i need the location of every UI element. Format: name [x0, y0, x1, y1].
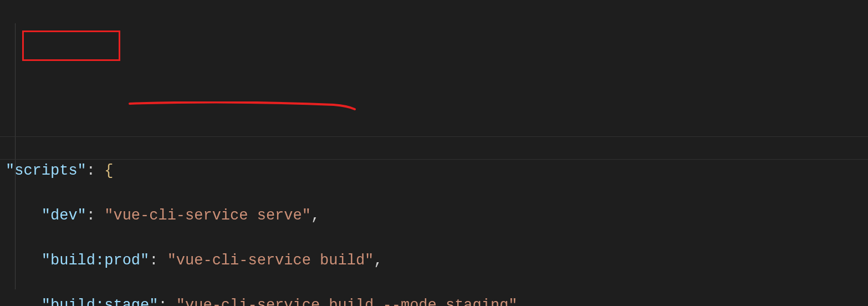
json-colon: :: [158, 297, 176, 307]
json-string: "vue-cli-service build": [167, 252, 374, 269]
json-brace-open: {: [104, 162, 113, 179]
json-comma: ,: [311, 207, 320, 224]
json-key: "build:prod": [42, 252, 149, 269]
code-line-entry: "dev": "vue-cli-service serve",: [6, 205, 862, 227]
json-colon: :: [86, 162, 104, 179]
json-comma: ,: [518, 297, 527, 307]
annotation-red-box: [22, 30, 120, 61]
code-line-entry: "build:prod": "vue-cli-service build",: [6, 249, 862, 272]
json-comma: ,: [374, 252, 382, 269]
json-key: "build:stage": [42, 297, 159, 307]
json-key: "scripts": [6, 162, 86, 179]
code-line-entry: "build:stage": "vue-cli-service build --…: [6, 294, 862, 307]
json-key: "dev": [42, 207, 86, 224]
json-colon: :: [86, 207, 104, 224]
annotation-red-underline: [129, 57, 355, 135]
code-line-scripts: "scripts": {: [6, 160, 862, 182]
json-colon: :: [149, 252, 167, 269]
json-string: "vue-cli-service serve": [104, 207, 311, 224]
json-string: "vue-cli-service build --mode staging": [176, 297, 518, 307]
current-line-highlight: [0, 136, 868, 160]
